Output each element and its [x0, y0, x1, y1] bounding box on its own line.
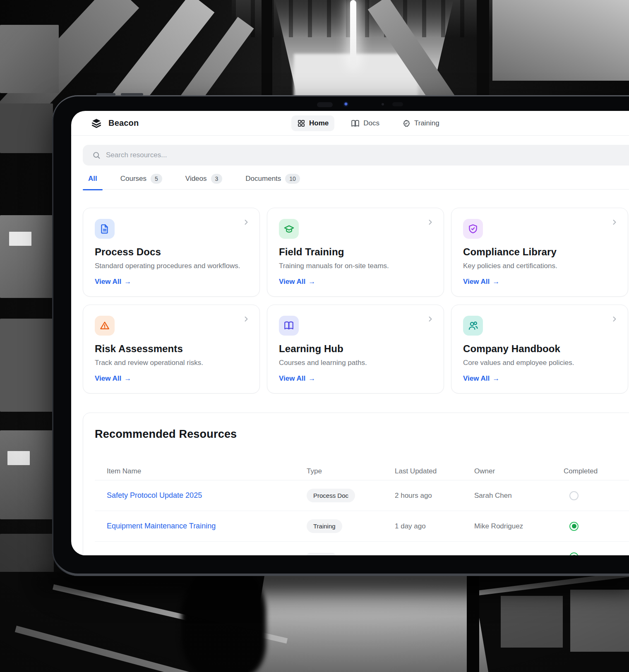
brand: Beacon	[91, 118, 139, 129]
card-icon-tile	[95, 316, 115, 336]
card-title: Compliance Library	[463, 246, 616, 258]
card-field-training[interactable]: Field Training Training manuals for on-s…	[267, 208, 444, 297]
tab-documents[interactable]: Documents 10	[240, 174, 305, 184]
main-nav: Home Docs Training	[291, 111, 445, 136]
graduation-cap-icon	[283, 223, 295, 235]
shield-check-icon	[468, 223, 478, 234]
completed-radio[interactable]	[569, 491, 579, 500]
card-icon-tile	[463, 316, 483, 336]
table-row: Equipment Maintenance Training Training …	[95, 511, 629, 542]
type-badge	[307, 553, 336, 555]
owner-value: Mike Rodriguez	[474, 522, 564, 530]
tab-videos[interactable]: Videos 3	[180, 174, 228, 184]
chevron-right-icon	[242, 315, 250, 323]
completed-radio[interactable]	[569, 522, 579, 531]
type-badge: Training	[307, 519, 342, 533]
tablet-volume-button	[121, 93, 143, 96]
tablet-camera-lens	[343, 101, 349, 107]
nav-item-training[interactable]: Training	[396, 115, 445, 132]
users-icon	[468, 320, 479, 331]
card-compliance-library[interactable]: Compliance Library Key policies and cert…	[451, 208, 628, 297]
nav-label: Docs	[363, 119, 379, 127]
view-all-link[interactable]: View All →	[463, 278, 499, 286]
arrow-right-icon: →	[124, 278, 131, 286]
card-icon-tile	[95, 219, 115, 239]
card-learning-hub[interactable]: Learning Hub Courses and learning paths.…	[267, 305, 444, 394]
tablet-device: Beacon Home Docs	[52, 95, 629, 576]
last-updated-value: 1 day ago	[395, 522, 474, 530]
card-title: Field Training	[279, 246, 432, 258]
card-process-docs[interactable]: Process Docs Standard operating procedur…	[83, 208, 260, 297]
recommended-resources-section: Recommended Resources Item Name Type Las…	[83, 413, 629, 555]
table-row	[95, 542, 629, 555]
card-description: Track and review operational risks.	[95, 359, 248, 367]
card-description: Courses and learning paths.	[279, 359, 432, 367]
app-header: Beacon Home Docs	[71, 111, 629, 136]
column-header-owner: Owner	[474, 467, 564, 475]
view-all-link[interactable]: View All →	[279, 374, 315, 383]
nav-item-docs[interactable]: Docs	[345, 115, 385, 132]
tablet-camera-housing	[392, 102, 403, 106]
tablet-sensor-dot	[382, 103, 384, 106]
card-title: Learning Hub	[279, 343, 432, 355]
nav-label: Training	[414, 119, 439, 127]
view-all-label: View All	[95, 374, 121, 383]
column-header-type: Type	[307, 467, 395, 475]
view-all-label: View All	[95, 278, 121, 286]
beacon-logo-icon	[91, 118, 102, 129]
filter-tabs: All Courses 5 Videos 3 Documents 10	[83, 174, 629, 190]
tablet-volume-button	[96, 93, 115, 96]
document-icon	[99, 223, 110, 234]
arrow-right-icon: →	[492, 374, 499, 383]
card-risk-assessments[interactable]: Risk Assessments Track and review operat…	[83, 305, 260, 394]
chevron-right-icon	[426, 218, 435, 226]
category-grid: Process Docs Standard operating procedur…	[83, 208, 629, 394]
tab-label: All	[88, 175, 97, 183]
view-all-link[interactable]: View All →	[95, 374, 131, 383]
card-description: Standard operating procedures and workfl…	[95, 262, 248, 270]
book-icon	[351, 119, 360, 128]
badge-check-icon	[402, 119, 411, 128]
view-all-label: View All	[463, 278, 490, 286]
tab-label: Documents	[245, 175, 281, 183]
resource-link[interactable]: Equipment Maintenance Training	[107, 522, 307, 530]
arrow-right-icon: →	[308, 374, 315, 383]
chevron-right-icon	[242, 218, 250, 226]
chevron-right-icon	[426, 315, 435, 323]
column-header-item-name: Item Name	[107, 467, 307, 475]
view-all-link[interactable]: View All →	[95, 278, 131, 286]
section-title: Recommended Resources	[95, 428, 629, 441]
last-updated-value: 2 hours ago	[395, 492, 474, 500]
brand-name: Beacon	[108, 118, 139, 128]
card-company-handbook[interactable]: Company Handbook Core values and employe…	[451, 305, 628, 394]
type-badge: Process Doc	[307, 489, 355, 502]
count-badge: 5	[151, 174, 162, 184]
app-window: Beacon Home Docs	[71, 111, 629, 555]
view-all-link[interactable]: View All →	[463, 374, 499, 383]
warning-triangle-icon	[99, 320, 110, 331]
arrow-right-icon: →	[492, 278, 499, 286]
tab-label: Courses	[120, 175, 146, 183]
card-description: Key policies and certifications.	[463, 262, 616, 270]
nav-item-home[interactable]: Home	[291, 115, 334, 131]
view-all-label: View All	[279, 374, 305, 383]
card-icon-tile	[279, 219, 299, 239]
table-row: Safety Protocol Update 2025 Process Doc …	[95, 480, 629, 511]
chevron-right-icon	[610, 315, 619, 323]
table-header: Item Name Type Last Updated Owner Comple…	[95, 462, 629, 480]
view-all-link[interactable]: View All →	[279, 278, 315, 286]
tab-courses[interactable]: Courses 5	[115, 174, 168, 184]
card-title: Process Docs	[95, 246, 248, 258]
search-input[interactable]	[106, 151, 603, 159]
resource-link[interactable]: Safety Protocol Update 2025	[107, 491, 307, 500]
tab-all[interactable]: All	[83, 174, 103, 184]
search-icon	[92, 151, 101, 159]
card-icon-tile	[279, 316, 299, 336]
arrow-right-icon: →	[124, 374, 131, 383]
owner-value: Sarah Chen	[474, 492, 564, 500]
open-book-icon	[283, 320, 294, 331]
arrow-right-icon: →	[308, 278, 315, 286]
search-bar[interactable]	[83, 145, 629, 166]
nav-label: Home	[309, 119, 329, 127]
completed-radio[interactable]	[569, 552, 579, 555]
